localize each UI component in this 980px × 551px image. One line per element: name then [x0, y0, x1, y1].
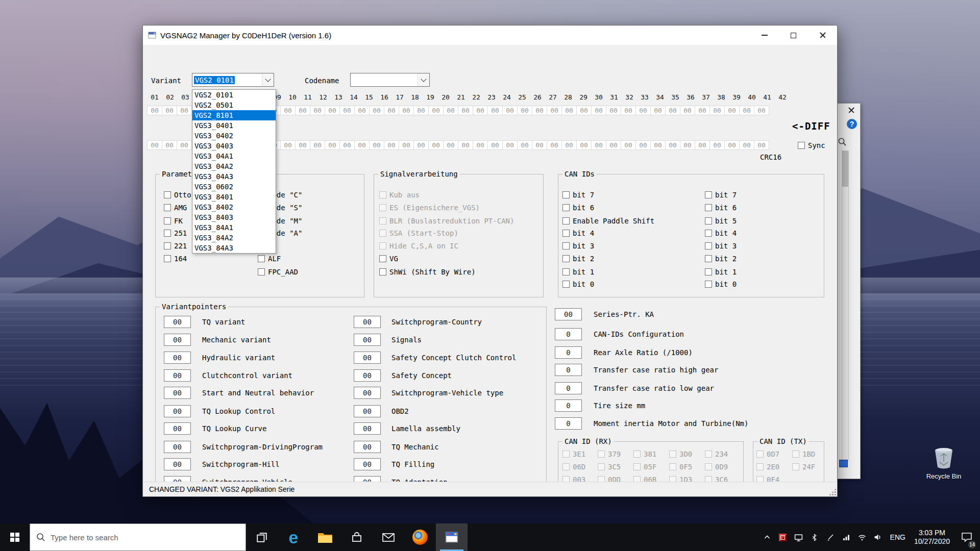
variant-option[interactable]: VGS3_84A1: [192, 222, 276, 233]
hex-byte-cell[interactable]: 00: [295, 140, 310, 150]
hex-byte-cell[interactable]: 00: [162, 106, 177, 115]
hex-byte-cell[interactable]: 00: [502, 106, 518, 115]
display-tray-icon[interactable]: [793, 523, 804, 551]
hex-byte-cell[interactable]: 00: [339, 106, 355, 115]
config-field-value[interactable]: 00: [555, 308, 582, 320]
hex-byte-cell[interactable]: 00: [162, 140, 177, 150]
hex-byte-cell[interactable]: 00: [665, 140, 680, 150]
hex-byte-cell[interactable]: 00: [650, 140, 666, 150]
hex-byte-cell[interactable]: 00: [310, 140, 325, 150]
config-field-value[interactable]: 0: [555, 328, 582, 340]
can-bit-checkbox[interactable]: bit 2: [562, 255, 594, 263]
action-center-button[interactable]: 14: [957, 523, 977, 551]
can-bit-checkbox[interactable]: bit 0: [562, 280, 594, 288]
hex-byte-cell[interactable]: 00: [339, 140, 355, 150]
can-bit-checkbox[interactable]: bit 0: [705, 280, 737, 288]
hex-byte-cell[interactable]: 00: [606, 106, 621, 115]
hex-byte-cell[interactable]: 00: [428, 106, 444, 115]
hex-byte-cell[interactable]: 00: [754, 106, 769, 115]
variant-option[interactable]: VGS2_0101: [192, 90, 276, 100]
chevron-down-icon[interactable]: [418, 73, 429, 86]
hex-byte-cell[interactable]: 00: [517, 140, 532, 150]
hex-byte-cell[interactable]: 00: [561, 106, 577, 115]
config-field-value[interactable]: 0: [555, 382, 582, 394]
variantpointer-value[interactable]: 00: [164, 369, 191, 382]
pen-tray-icon[interactable]: [825, 523, 836, 551]
hex-byte-cell[interactable]: 00: [177, 140, 192, 150]
hex-byte-cell[interactable]: 00: [443, 140, 458, 150]
language-indicator[interactable]: ENG: [888, 533, 908, 541]
search-box[interactable]: Type here to search: [30, 523, 246, 551]
hex-byte-cell[interactable]: 00: [576, 140, 592, 150]
variantpointer-value[interactable]: 00: [164, 316, 191, 328]
can-bit-checkbox[interactable]: bit 7: [562, 191, 594, 199]
variantpointer-value[interactable]: 00: [164, 458, 191, 470]
parameter-checkbox[interactable]: FK: [164, 217, 183, 225]
can-bit-checkbox[interactable]: bit 3: [562, 242, 594, 250]
variantpointer-value[interactable]: 00: [354, 369, 381, 382]
help-icon[interactable]: [847, 119, 857, 129]
tray-app-icon[interactable]: [777, 523, 789, 551]
edge-button[interactable]: [278, 523, 309, 551]
scrollbar[interactable]: [842, 151, 849, 461]
hex-byte-cell[interactable]: 00: [399, 140, 414, 150]
close-button[interactable]: [808, 26, 837, 45]
store-button[interactable]: [341, 523, 373, 551]
hex-byte-cell[interactable]: 00: [621, 106, 636, 115]
can-bit-checkbox[interactable]: bit 6: [562, 204, 594, 212]
hex-byte-cell[interactable]: 00: [591, 140, 606, 150]
parameter-checkbox[interactable]: FPC_AAD: [258, 268, 298, 276]
hex-byte-cell[interactable]: 00: [354, 106, 370, 115]
signal-checkbox[interactable]: VG: [379, 255, 398, 263]
can-bit-checkbox[interactable]: bit 1: [705, 268, 737, 276]
hex-byte-cell[interactable]: 00: [369, 106, 384, 115]
hex-byte-cell[interactable]: 00: [709, 106, 725, 115]
can-bit-checkbox[interactable]: bit 4: [705, 229, 737, 237]
variant-option[interactable]: VGS3_8403: [192, 212, 276, 222]
variantpointer-value[interactable]: 00: [164, 405, 191, 417]
variant-option[interactable]: VGS3_0401: [192, 120, 276, 131]
hex-byte-cell[interactable]: 00: [147, 106, 162, 115]
clock[interactable]: 3:03 PM 10/27/2020: [912, 529, 952, 546]
hex-byte-cell[interactable]: 00: [443, 106, 458, 115]
hex-byte-cell[interactable]: 00: [413, 140, 429, 150]
hex-byte-cell[interactable]: 00: [635, 106, 651, 115]
hex-byte-cell[interactable]: 00: [354, 140, 370, 150]
variant-option[interactable]: VGS3_8401: [192, 192, 276, 202]
variant-option[interactable]: VGS3_8402: [192, 202, 276, 212]
hex-byte-cell[interactable]: 00: [650, 106, 666, 115]
variant-option[interactable]: VGS3_04A1: [192, 151, 276, 161]
hex-byte-cell[interactable]: 00: [739, 106, 754, 115]
hex-byte-cell[interactable]: 00: [695, 106, 710, 115]
variant-option[interactable]: VGS3_84A3: [192, 243, 276, 253]
variantpointer-value[interactable]: 00: [354, 316, 381, 328]
hex-byte-cell[interactable]: 00: [547, 106, 562, 115]
config-field-value[interactable]: 0: [555, 399, 582, 412]
magnifier-icon[interactable]: [838, 137, 847, 148]
hex-byte-cell[interactable]: 00: [724, 106, 740, 115]
variantpointer-value[interactable]: 00: [354, 422, 381, 435]
hex-byte-cell[interactable]: 00: [458, 140, 473, 150]
hex-byte-cell[interactable]: 00: [621, 140, 636, 150]
hex-byte-cell[interactable]: 00: [399, 106, 414, 115]
variantpointer-value[interactable]: 00: [164, 387, 191, 399]
hex-byte-cell[interactable]: 00: [458, 106, 473, 115]
task-view-button[interactable]: [246, 523, 278, 551]
parameter-checkbox[interactable]: AMG: [164, 204, 187, 212]
hex-byte-cell[interactable]: 00: [532, 106, 547, 115]
variantpointer-value[interactable]: 00: [164, 422, 191, 435]
hex-byte-cell[interactable]: 00: [428, 140, 444, 150]
hex-byte-cell[interactable]: 00: [295, 106, 310, 115]
sync-checkbox[interactable]: Sync: [798, 141, 825, 149]
hex-byte-cell[interactable]: 00: [310, 106, 325, 115]
config-field-value[interactable]: 0: [555, 364, 582, 376]
hex-byte-cell[interactable]: 00: [709, 140, 725, 150]
variantpointer-value[interactable]: 00: [164, 334, 191, 346]
bluetooth-tray-icon[interactable]: [809, 523, 820, 551]
variant-option[interactable]: VGS3_04A2: [192, 161, 276, 171]
hex-byte-cell[interactable]: 00: [561, 140, 577, 150]
variantpointer-value[interactable]: 00: [354, 387, 381, 399]
parameter-checkbox[interactable]: 221: [164, 242, 187, 250]
hex-byte-cell[interactable]: 00: [384, 140, 399, 150]
hex-byte-cell[interactable]: 00: [680, 140, 695, 150]
